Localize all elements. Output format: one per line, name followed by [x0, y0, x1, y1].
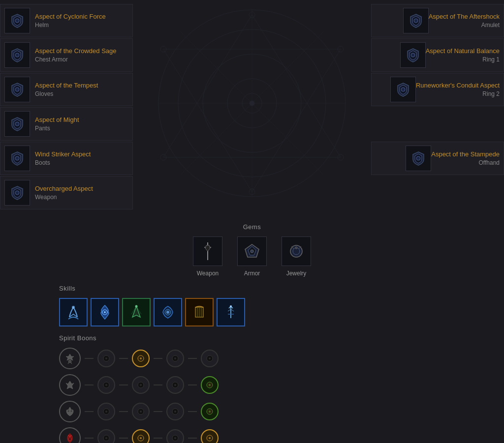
gem-icon-1 — [237, 236, 267, 266]
boon-node-0-1[interactable] — [132, 350, 150, 367]
boon-node-2-0[interactable] — [97, 403, 115, 420]
skills-row — [59, 298, 504, 326]
boon-node-3-2[interactable] — [166, 429, 184, 443]
svg-point-80 — [140, 437, 142, 439]
gem-item-1[interactable]: Armor — [235, 236, 269, 277]
svg-point-63 — [174, 384, 176, 386]
skill-icon-1[interactable] — [91, 298, 119, 326]
right-item-2[interactable]: Runeworker's Conduit AspectRing 2 — [371, 73, 504, 106]
boon-node-3-3[interactable] — [201, 429, 219, 443]
svg-point-20 — [15, 88, 19, 91]
left-item-icon-0 — [4, 8, 30, 33]
left-item-1[interactable]: Aspect of the Crowded SageChest Armor — [0, 38, 133, 72]
boon-node-3-1[interactable] — [132, 429, 150, 443]
boon-connector-0-1 — [119, 358, 128, 359]
svg-point-55 — [174, 357, 176, 359]
svg-point-53 — [140, 357, 142, 359]
boon-spirit-0 — [59, 348, 81, 369]
left-item-name-2: Aspect of the Tempest — [35, 82, 98, 90]
left-item-name-0: Aspect of Cyclonic Force — [35, 13, 106, 21]
gem-icon-2 — [282, 236, 311, 266]
gem-icon-0 — [193, 236, 222, 266]
svg-point-45 — [230, 305, 232, 307]
gem-item-0[interactable]: Weapon — [190, 236, 225, 277]
boon-connector-2-3 — [188, 411, 197, 412]
boon-connector-0-3 — [188, 358, 197, 359]
right-item-0[interactable]: Aspect of The AftershockAmulet — [371, 4, 504, 37]
boon-node-2-2[interactable] — [166, 403, 184, 420]
gem-item-2[interactable]: Jewelry — [279, 236, 314, 277]
skill-icon-5[interactable] — [217, 298, 245, 326]
boon-node-0-0[interactable] — [97, 350, 115, 367]
svg-point-38 — [104, 311, 106, 313]
left-item-name-5: Overcharged Aspect — [35, 185, 93, 193]
right-item-1[interactable]: Aspect of Natural BalanceRing 1 — [371, 38, 504, 72]
left-item-2[interactable]: Aspect of the TempestGloves — [0, 73, 133, 106]
boon-connector-1-2 — [154, 384, 162, 385]
skill-icon-0[interactable] — [59, 298, 88, 326]
boon-node-1-0[interactable] — [97, 376, 115, 394]
gem-label-1: Armor — [244, 270, 260, 277]
svg-point-36 — [72, 306, 75, 309]
right-item-slot-1: Ring 1 — [426, 56, 500, 63]
left-item-slot-0: Helm — [35, 22, 106, 29]
boon-spirit-3 — [59, 427, 81, 443]
left-item-3[interactable]: Aspect of MightPants — [0, 107, 133, 141]
boon-connector-1-3 — [188, 384, 197, 385]
svg-point-25 — [411, 53, 415, 57]
right-item-4[interactable]: Aspect of the StampedeOffhand — [371, 142, 504, 175]
spirit-boons-section: Spirit Boons — [0, 326, 504, 443]
boon-node-0-2[interactable] — [166, 350, 184, 367]
gems-section: Gems Weapon Armor Jewelry — [0, 223, 504, 277]
left-item-info-5: Overcharged AspectWeapon — [35, 185, 93, 201]
boons-rows-container — [59, 348, 504, 443]
boon-connector-3-1 — [119, 438, 128, 439]
boon-connector-0-0 — [85, 358, 94, 359]
boon-spirit-1 — [59, 374, 81, 396]
right-item-icon-2 — [390, 77, 416, 102]
skill-icon-4[interactable] — [185, 298, 214, 326]
svg-point-61 — [140, 384, 142, 386]
svg-point-76 — [68, 438, 71, 441]
right-spacer-3 — [371, 107, 504, 141]
boon-connector-3-0 — [85, 438, 94, 439]
skill-icon-2[interactable] — [122, 298, 151, 326]
svg-point-66 — [68, 411, 69, 412]
right-equipment-column: Aspect of The AftershockAmulet Aspect of… — [371, 4, 504, 209]
left-item-icon-3 — [4, 111, 30, 137]
svg-point-67 — [71, 411, 72, 412]
svg-line-48 — [68, 362, 69, 364]
left-item-4[interactable]: Wind Striker AspectBoots — [0, 142, 133, 175]
right-item-name-4: Aspect of the Stampede — [431, 150, 500, 159]
svg-point-26 — [401, 88, 405, 91]
boon-row-0 — [59, 348, 504, 369]
left-item-icon-4 — [4, 146, 30, 171]
right-item-slot-4: Offhand — [431, 159, 500, 166]
gem-label-0: Weapon — [197, 270, 219, 277]
left-item-slot-1: Chest Armor — [35, 56, 117, 63]
left-item-0[interactable]: Aspect of Cyclonic ForceHelm — [0, 4, 133, 37]
svg-point-21 — [15, 122, 19, 126]
right-item-icon-0 — [403, 8, 429, 33]
boon-node-2-3[interactable] — [201, 403, 219, 420]
boon-row-1 — [59, 374, 504, 396]
boon-row-2 — [59, 401, 504, 422]
left-item-slot-5: Weapon — [35, 194, 93, 201]
right-item-info-1: Aspect of Natural BalanceRing 1 — [426, 47, 500, 63]
svg-point-24 — [414, 19, 418, 23]
skill-icon-3[interactable] — [154, 298, 182, 326]
boon-node-0-3[interactable] — [201, 350, 219, 367]
svg-point-59 — [105, 384, 107, 386]
boon-connector-2-2 — [154, 411, 162, 412]
left-item-5[interactable]: Overcharged AspectWeapon — [0, 176, 133, 209]
boon-node-1-2[interactable] — [166, 376, 184, 394]
boon-connector-3-2 — [154, 438, 162, 439]
svg-point-73 — [174, 411, 176, 413]
boon-node-2-1[interactable] — [132, 403, 150, 420]
boon-node-3-0[interactable] — [97, 429, 115, 443]
boon-node-1-3[interactable] — [201, 376, 219, 394]
left-equipment-column: Aspect of Cyclonic ForceHelm Aspect of t… — [0, 4, 133, 209]
svg-point-82 — [174, 437, 176, 439]
boon-row-3 — [59, 427, 504, 443]
boon-node-1-1[interactable] — [132, 376, 150, 394]
